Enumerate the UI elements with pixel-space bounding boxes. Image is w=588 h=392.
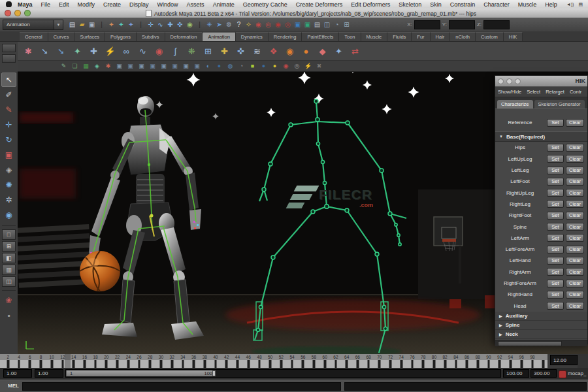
panel-icon[interactable]: ▣ bbox=[136, 61, 147, 71]
paint-select-tool-icon[interactable]: ✎ bbox=[1, 103, 16, 117]
minimize-window-icon[interactable] bbox=[14, 10, 21, 16]
magnet-icon[interactable]: ◎ bbox=[263, 20, 273, 30]
set-button[interactable]: Set bbox=[547, 144, 564, 152]
menu-item[interactable]: Assets bbox=[187, 1, 204, 8]
shelf-tab[interactable]: Animation bbox=[203, 32, 235, 41]
select-tool-icon[interactable]: ↖ bbox=[1, 73, 16, 87]
joint-tool-icon[interactable]: ➘ bbox=[37, 43, 53, 59]
set-button[interactable]: Set bbox=[547, 189, 564, 197]
character-set-menu[interactable]: mocap_ bbox=[568, 370, 586, 376]
sphere-icon[interactable]: ◐ bbox=[203, 61, 214, 71]
panel-icon[interactable]: ▣ bbox=[125, 61, 136, 71]
minimize-window-icon[interactable] bbox=[506, 78, 512, 84]
clear-button[interactable]: Clear bbox=[566, 167, 584, 174]
set-button[interactable]: Set bbox=[547, 155, 564, 163]
set-button[interactable]: Set bbox=[547, 212, 564, 220]
separator[interactable]: | bbox=[97, 20, 106, 30]
base-required-section[interactable]: ▼ Base(Required) bbox=[495, 131, 587, 142]
shelf-tab-menu-icon[interactable] bbox=[2, 54, 16, 63]
time-slider[interactable]: 2468101214161820222426283032343638404244… bbox=[0, 354, 547, 368]
menu-item[interactable]: Constrain bbox=[450, 1, 476, 8]
command-input[interactable] bbox=[22, 382, 341, 391]
last-tool-icon[interactable]: ◉ bbox=[1, 208, 16, 222]
set-driven-key-icon[interactable]: ◉ bbox=[151, 43, 167, 59]
skeleton-icon[interactable]: ✚ bbox=[86, 43, 102, 59]
shelf-tab[interactable]: nCloth bbox=[450, 32, 476, 41]
collapsed-section[interactable]: ▶ Neck bbox=[495, 330, 587, 339]
grid-toggle-icon[interactable]: ⊞ bbox=[342, 20, 351, 30]
rotate-tool-icon[interactable]: ↻ bbox=[1, 133, 16, 147]
collapsed-section[interactable]: ▶ Auxiliary bbox=[495, 312, 587, 321]
clock-icon[interactable]: ◔ bbox=[236, 61, 247, 71]
mirror-icon[interactable]: ⇄ bbox=[347, 43, 363, 59]
animation-start-field[interactable]: 1.00 bbox=[3, 369, 32, 378]
move-tool-icon[interactable]: ✛ bbox=[1, 118, 16, 132]
gem-icon[interactable]: ◈ bbox=[91, 61, 103, 71]
close-icon[interactable]: ✖ bbox=[314, 61, 325, 71]
scrollbar-thumb[interactable] bbox=[498, 341, 562, 346]
set-key-icon[interactable]: ✱ bbox=[20, 43, 37, 59]
layout-single-icon[interactable]: □ bbox=[2, 229, 16, 240]
shelf-tab[interactable]: Dynamics bbox=[236, 32, 269, 41]
sphere-icon[interactable]: ● bbox=[214, 61, 225, 71]
clear-button[interactable]: Clear bbox=[566, 119, 584, 127]
clear-button[interactable]: Clear bbox=[566, 178, 584, 186]
inputs-icon[interactable]: ➤ bbox=[214, 20, 224, 30]
set-button[interactable]: Set bbox=[547, 246, 564, 253]
z-input[interactable] bbox=[483, 20, 510, 29]
nonlinear-icon[interactable]: ≋ bbox=[249, 43, 265, 59]
playback-start-field[interactable]: 1.00 bbox=[35, 369, 63, 378]
layout-split-icon[interactable]: ◧ bbox=[2, 253, 16, 263]
close-window-icon[interactable] bbox=[5, 10, 11, 16]
select-object-icon[interactable]: ✦ bbox=[116, 20, 126, 30]
panel-icon[interactable]: ▣ bbox=[180, 61, 191, 71]
panel-icon[interactable]: ▣ bbox=[158, 61, 169, 71]
menu-item[interactable]: Create Deformers bbox=[296, 1, 343, 8]
current-frame-marker[interactable] bbox=[65, 354, 71, 368]
sound-icon[interactable]: ◔ bbox=[332, 20, 342, 30]
clear-button[interactable]: Clear bbox=[566, 234, 584, 242]
menu-item[interactable]: Create bbox=[103, 1, 121, 8]
set-button[interactable]: Set bbox=[547, 302, 564, 310]
burst-icon[interactable]: ✱ bbox=[103, 61, 114, 71]
clear-button[interactable]: Clear bbox=[566, 257, 584, 265]
clear-button[interactable]: Clear bbox=[566, 291, 584, 299]
insert-joint-icon[interactable]: ➘ bbox=[53, 43, 69, 59]
hik-menu-item[interactable]: Show/Hide bbox=[498, 89, 521, 95]
shelf-tab[interactable]: Toon bbox=[339, 32, 361, 41]
open-scene-icon[interactable]: ▰ bbox=[77, 20, 87, 30]
clear-button[interactable]: Clear bbox=[566, 302, 584, 310]
render-view-icon[interactable]: ▤ bbox=[312, 20, 322, 30]
menu-item[interactable]: File bbox=[41, 1, 51, 8]
select-hierarchy-icon[interactable]: ✦ bbox=[106, 20, 116, 30]
wrap-icon[interactable]: ❖ bbox=[265, 43, 282, 59]
set-button[interactable]: Set bbox=[547, 223, 564, 231]
record-icon[interactable]: ◉ bbox=[280, 61, 291, 71]
menu-item[interactable]: Character bbox=[483, 1, 510, 8]
hik-menu-item[interactable]: Contr bbox=[570, 89, 581, 95]
shelf-tab[interactable]: Hair bbox=[431, 32, 451, 41]
zoom-window-icon[interactable] bbox=[24, 10, 31, 16]
x-input[interactable] bbox=[414, 20, 440, 29]
shelf-menu-icon[interactable] bbox=[2, 44, 16, 52]
sculpt-icon[interactable]: ● bbox=[298, 43, 314, 59]
playback-range-bar[interactable]: 1 100 bbox=[67, 370, 216, 376]
apple-logo-icon[interactable] bbox=[6, 1, 12, 7]
snap-view-icon[interactable]: ✜ bbox=[175, 20, 185, 30]
scale-tool-icon[interactable]: ▣ bbox=[1, 148, 16, 162]
layout-four-icon[interactable]: ⊞ bbox=[2, 241, 16, 252]
clear-button[interactable]: Clear bbox=[566, 223, 584, 231]
cluster-icon[interactable]: ❈ bbox=[184, 43, 200, 59]
paint-fx-icon[interactable]: ❀ bbox=[1, 293, 16, 308]
show-manip-tool-icon[interactable]: ✲ bbox=[1, 193, 16, 207]
ipr-render-icon[interactable]: ▣ bbox=[302, 20, 312, 30]
panel-icon[interactable]: ▣ bbox=[169, 61, 180, 71]
layout-outliner-icon[interactable]: ◫ bbox=[2, 276, 16, 287]
magnet3-icon[interactable]: ◎ bbox=[283, 20, 293, 30]
menu-item[interactable]: Animate bbox=[213, 1, 235, 8]
shelf-tab[interactable]: Deformation bbox=[165, 32, 203, 41]
pose-icon[interactable]: ✦ bbox=[331, 43, 347, 59]
animation-end-field[interactable]: 300.00 bbox=[531, 369, 557, 378]
y-input[interactable] bbox=[449, 20, 475, 29]
horizontal-scrollbar[interactable] bbox=[495, 340, 587, 346]
